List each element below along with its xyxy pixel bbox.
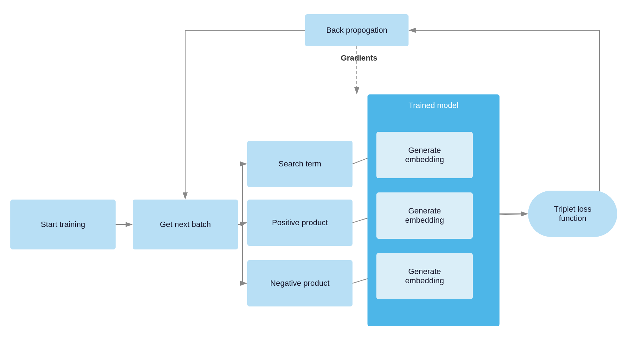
triplet-loss-label: Triplet loss function bbox=[554, 205, 592, 223]
arrow-batch-to-negative bbox=[238, 224, 247, 283]
gradients-text: Gradients bbox=[341, 53, 377, 62]
gradients-label: Gradients bbox=[341, 53, 377, 63]
triplet-loss-node: Triplet loss function bbox=[528, 191, 617, 237]
gen-embed-1-label: Generate embedding bbox=[405, 146, 444, 164]
gen-embed-3-node: Generate embedding bbox=[376, 253, 473, 299]
get-next-batch-node: Get next batch bbox=[133, 200, 238, 249]
positive-product-node: Positive product bbox=[247, 200, 353, 246]
gen-embed-2-node: Generate embedding bbox=[376, 192, 473, 239]
search-term-node: Search term bbox=[247, 141, 353, 187]
arrow-batch-to-search bbox=[238, 164, 247, 224]
arrow-batch-to-positive bbox=[238, 223, 247, 224]
negative-product-node: Negative product bbox=[247, 260, 353, 306]
gen-embed-3-label: Generate embedding bbox=[405, 267, 444, 285]
positive-product-label: Positive product bbox=[272, 218, 328, 227]
diagram: Start training Get next batch Search ter… bbox=[0, 0, 644, 351]
gen-embed-1-node: Generate embedding bbox=[376, 132, 473, 178]
back-prop-node: Back propogation bbox=[305, 14, 409, 46]
back-prop-label: Back propogation bbox=[326, 26, 387, 35]
start-training-node: Start training bbox=[10, 200, 116, 249]
trained-model-container: Trained model Generate embedding Generat… bbox=[367, 94, 500, 326]
start-training-label: Start training bbox=[41, 220, 85, 229]
search-term-label: Search term bbox=[279, 159, 321, 169]
gen-embed-2-label: Generate embedding bbox=[405, 206, 444, 225]
trained-model-label: Trained model bbox=[367, 101, 500, 110]
negative-product-label: Negative product bbox=[270, 279, 329, 288]
get-next-batch-label: Get next batch bbox=[160, 220, 211, 229]
